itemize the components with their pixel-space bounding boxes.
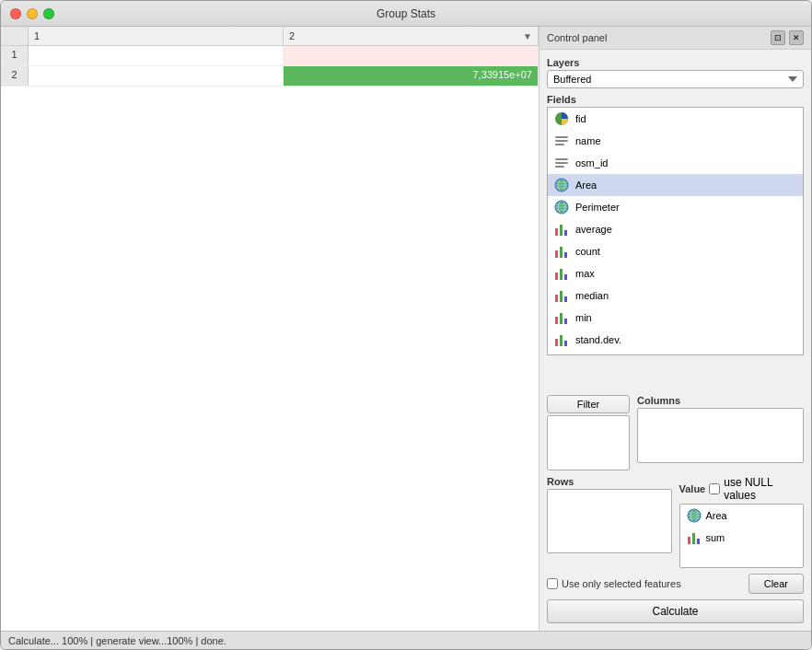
value-item-sum-label: sum <box>706 532 725 543</box>
text-icon <box>553 133 570 149</box>
svg-rect-19 <box>555 228 558 236</box>
field-item-standdev[interactable]: stand.dev. <box>548 329 803 351</box>
value-label: Value <box>679 483 706 494</box>
status-bar: Calculate... 100% | generate view...100%… <box>1 631 811 649</box>
filter-button[interactable]: Filter <box>547 395 630 413</box>
field-item-area[interactable]: Area <box>548 174 803 196</box>
filter-drop-box <box>547 415 630 470</box>
cell-1-1 <box>29 46 284 65</box>
svg-rect-3 <box>555 144 564 145</box>
globe-icon-area <box>553 177 570 193</box>
table-panel: 1 2 ▼ 1 2 7,33915e+07 <box>1 27 539 631</box>
svg-rect-29 <box>560 291 563 302</box>
fields-label: Fields <box>547 94 804 105</box>
cell-2-1 <box>29 66 284 86</box>
use-selected-checkbox[interactable] <box>547 578 558 589</box>
col2-header: 2 ▼ <box>284 27 539 45</box>
sort-arrow-icon: ▼ <box>523 31 532 41</box>
layers-dropdown[interactable]: Buffered <box>547 70 804 88</box>
value-drop-box: Area sum <box>679 504 805 568</box>
cp-icon-btn-2[interactable]: ✕ <box>789 30 804 45</box>
main-window: Group Stats 1 2 ▼ 1 <box>0 0 812 650</box>
clear-button[interactable]: Clear <box>748 574 804 594</box>
field-item-osmid[interactable]: osm_id <box>548 152 803 174</box>
cp-header-icons: ⊡ ✕ <box>771 30 804 45</box>
bar-icon-sum <box>686 529 702 546</box>
svg-rect-31 <box>555 317 558 324</box>
cp-body: Layers Buffered Fields <box>539 50 811 395</box>
columns-label: Columns <box>637 395 804 406</box>
field-name-osmid: osm_id <box>575 157 608 168</box>
value-item-area-label: Area <box>706 510 727 521</box>
field-item-min[interactable]: min <box>548 307 803 329</box>
bar-icon-median <box>553 287 570 304</box>
rows-label: Rows <box>547 476 672 487</box>
table-row: 1 <box>1 46 539 66</box>
svg-rect-21 <box>564 230 567 236</box>
field-name-fid: fid <box>575 113 586 124</box>
svg-rect-44 <box>692 533 695 544</box>
cp-icon-btn-1[interactable]: ⊡ <box>771 30 785 45</box>
control-panel: Control panel ⊡ ✕ Layers Buffered Fields <box>539 27 811 631</box>
use-selected-label: Use only selected features <box>547 578 743 589</box>
titlebar: Group Stats <box>1 1 811 27</box>
field-item-average[interactable]: average <box>548 218 803 240</box>
bar-icon-max <box>553 265 570 282</box>
filter-columns-row: Filter Columns <box>547 395 804 470</box>
value-section: Value use NULL values <box>679 476 805 568</box>
pie-icon <box>553 110 570 127</box>
columns-drop-box <box>637 408 804 463</box>
field-name-average: average <box>575 224 612 235</box>
main-content: 1 2 ▼ 1 2 7,33915e+07 <box>1 27 811 631</box>
svg-rect-6 <box>555 166 564 168</box>
field-name-area: Area <box>575 180 597 191</box>
row-num-1: 1 <box>1 46 29 65</box>
svg-rect-36 <box>564 341 567 346</box>
value-item-area: Area <box>680 505 804 527</box>
field-name-median: median <box>575 290 609 301</box>
window-title: Group Stats <box>377 7 435 20</box>
field-name-standdev: stand.dev. <box>575 334 621 345</box>
bar-icon-average <box>553 221 570 238</box>
globe-icon-perimeter <box>553 199 570 215</box>
field-item-name[interactable]: name <box>548 130 803 152</box>
svg-rect-2 <box>555 140 568 142</box>
field-name-name: name <box>575 135 601 146</box>
field-name-perimeter: Perimeter <box>575 202 620 213</box>
field-item-max[interactable]: max <box>548 262 803 284</box>
svg-rect-22 <box>555 250 558 258</box>
globe-icon-value-area <box>686 507 702 524</box>
rows-drop-box <box>547 489 672 553</box>
minimize-button[interactable] <box>27 8 38 19</box>
svg-rect-35 <box>560 335 563 346</box>
svg-rect-28 <box>555 295 558 302</box>
field-item-count[interactable]: count <box>548 240 803 262</box>
bar-icon-min <box>553 309 570 326</box>
field-item-perimeter[interactable]: Perimeter <box>548 196 803 218</box>
null-values-checkbox[interactable] <box>709 483 720 494</box>
field-name-count: count <box>575 246 600 257</box>
svg-rect-4 <box>555 158 568 160</box>
window-controls <box>10 8 54 19</box>
maximize-button[interactable] <box>43 8 54 19</box>
svg-rect-1 <box>555 136 568 138</box>
row-num-header <box>1 27 29 45</box>
svg-rect-26 <box>560 269 563 280</box>
cell-1-2 <box>284 46 539 65</box>
calculate-button[interactable]: Calculate <box>547 599 804 623</box>
bottom-row: Use only selected features Clear <box>547 574 804 594</box>
svg-rect-34 <box>555 339 558 346</box>
close-button[interactable] <box>10 8 21 19</box>
svg-rect-45 <box>697 539 700 544</box>
row-num-2: 2 <box>1 66 29 86</box>
cp-header: Control panel ⊡ ✕ <box>539 27 811 50</box>
table-body: 1 2 7,33915e+07 <box>1 46 539 631</box>
field-item-median[interactable]: median <box>548 284 803 307</box>
svg-rect-25 <box>555 273 558 280</box>
field-item-fid[interactable]: fid <box>548 108 803 130</box>
rows-value-row: Rows Value use NULL values <box>547 476 804 568</box>
cell-2-2: 7,33915e+07 <box>284 66 539 86</box>
svg-rect-30 <box>564 296 567 302</box>
cp-title: Control panel <box>547 32 607 43</box>
layers-section: Layers Buffered <box>547 57 804 88</box>
